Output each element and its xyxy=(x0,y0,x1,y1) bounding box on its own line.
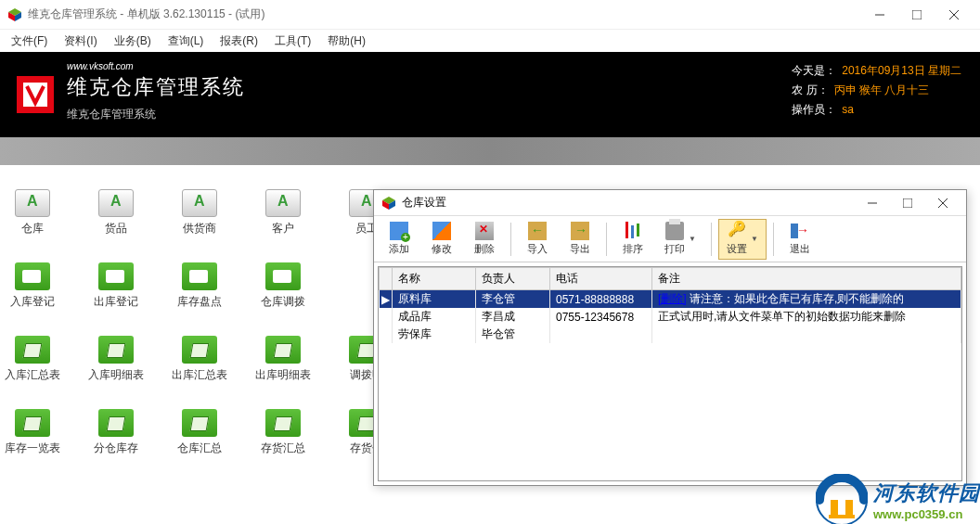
desktop-item-label: 出库明细表 xyxy=(255,367,311,383)
column-header[interactable]: 负责人 xyxy=(476,268,550,290)
folder2-icon xyxy=(182,409,217,437)
table-row[interactable]: ▶原料库李仓管0571-88888888[删除] 请注意：如果此仓库已有库存,则… xyxy=(380,290,961,309)
brand-sub: 维克仓库管理系统 xyxy=(67,107,245,122)
desktop-item-0-0[interactable]: 仓库 xyxy=(9,189,56,236)
column-header[interactable]: 备注 xyxy=(652,268,961,290)
minimize-button[interactable] xyxy=(861,2,898,28)
folder2-icon xyxy=(98,336,134,364)
close-button[interactable] xyxy=(935,2,973,28)
delete-link[interactable]: [删除] xyxy=(658,292,687,305)
desktop-item-2-0[interactable]: 入库汇总表 xyxy=(9,336,56,383)
separator xyxy=(606,223,607,256)
edit-button[interactable]: 修改 xyxy=(422,219,461,260)
folder-icon xyxy=(182,262,217,290)
print-button[interactable]: 打印▼ xyxy=(656,219,704,260)
export-button[interactable]: 导出 xyxy=(561,219,600,260)
desktop-item-2-2[interactable]: 出库汇总表 xyxy=(176,336,223,383)
desktop-item-label: 客户 xyxy=(272,221,294,236)
sort-button[interactable]: 排序 xyxy=(613,219,652,260)
dialog-minimize-button[interactable] xyxy=(857,193,888,213)
desktop-item-3-2[interactable]: 仓库汇总 xyxy=(176,409,223,456)
separator xyxy=(711,223,712,256)
xls-icon xyxy=(265,189,301,217)
desktop-item-label: 分仓库存 xyxy=(94,441,138,456)
menu-data[interactable]: 资料(I) xyxy=(58,32,102,51)
dialog-close-button[interactable] xyxy=(927,193,959,213)
desktop-item-1-1[interactable]: 出库登记 xyxy=(93,262,139,310)
maximize-button[interactable] xyxy=(898,2,935,28)
desktop-item-1-2[interactable]: 库存盘点 xyxy=(176,262,223,310)
menu-business[interactable]: 业务(B) xyxy=(109,32,157,51)
column-header[interactable]: 电话 xyxy=(550,268,652,290)
desktop-item-0-2[interactable]: 供货商 xyxy=(176,189,223,236)
decorative-strip xyxy=(0,137,980,165)
header-banner: www.vksoft.com 维克仓库管理系统 维克仓库管理系统 今天是：201… xyxy=(0,52,980,137)
column-header[interactable] xyxy=(380,268,393,290)
chevron-down-icon: ▼ xyxy=(751,235,758,243)
desktop-item-label: 库存一览表 xyxy=(5,441,60,456)
today-value: 2016年09月13日 星期二 xyxy=(842,64,961,77)
menu-tools[interactable]: 工具(T) xyxy=(269,32,316,51)
lunar-value: 丙申 猴年 八月十三 xyxy=(834,83,930,96)
desktop-item-3-3[interactable]: 存货汇总 xyxy=(260,409,306,456)
desktop-item-label: 出库汇总表 xyxy=(172,367,227,383)
watermark-logo: 河东软件园 www.pc0359.cn xyxy=(816,474,980,524)
desktop-item-label: 仓库调拨 xyxy=(261,294,305,310)
folder-icon xyxy=(265,262,301,290)
svg-rect-12 xyxy=(903,198,912,208)
svg-rect-16 xyxy=(831,500,838,517)
desktop-item-label: 入库登记 xyxy=(10,294,55,310)
brand-url: www.vksoft.com xyxy=(67,61,245,71)
desktop-item-0-1[interactable]: 货品 xyxy=(93,189,139,236)
folder2-icon xyxy=(182,336,217,364)
exit-icon xyxy=(791,222,809,240)
dialog-maximize-button[interactable] xyxy=(892,193,923,213)
settings-icon xyxy=(728,222,746,240)
table-row[interactable]: 劳保库毕仓管 xyxy=(380,326,961,343)
desktop-item-label: 仓库汇总 xyxy=(177,441,222,456)
menu-report[interactable]: 报表(R) xyxy=(214,32,264,51)
separator xyxy=(510,223,511,256)
svg-rect-18 xyxy=(829,515,855,518)
folder2-icon xyxy=(265,336,301,364)
xls-icon xyxy=(98,189,134,217)
exit-button[interactable]: 退出 xyxy=(780,219,819,260)
brand-logo xyxy=(17,76,54,113)
folder2-icon xyxy=(15,409,50,437)
menu-file[interactable]: 文件(F) xyxy=(6,32,53,51)
desktop-item-label: 入库汇总表 xyxy=(5,367,60,383)
menubar: 文件(F) 资料(I) 业务(B) 查询(L) 报表(R) 工具(T) 帮助(H… xyxy=(0,30,980,52)
operator-value: sa xyxy=(842,103,854,116)
desktop-item-0-3[interactable]: 客户 xyxy=(260,189,306,236)
warehouse-table[interactable]: 名称负责人电话备注 ▶原料库李仓管0571-88888888[删除] 请注意：如… xyxy=(378,266,962,481)
column-header[interactable]: 名称 xyxy=(393,268,476,290)
svg-rect-17 xyxy=(845,500,853,517)
edit-icon xyxy=(432,222,451,240)
desktop-item-2-1[interactable]: 入库明细表 xyxy=(93,336,139,383)
watermark-text-en: www.pc0359.cn xyxy=(873,507,980,521)
add-button[interactable]: 添加 xyxy=(380,219,419,260)
desktop-item-2-3[interactable]: 出库明细表 xyxy=(260,336,306,383)
delete-button[interactable]: 删除 xyxy=(465,219,504,260)
table-row[interactable]: 成品库李昌成0755-12345678正式试用时,请从文件菜单下的初始数据功能来… xyxy=(380,308,961,326)
dialog-titlebar: 仓库设置 xyxy=(374,190,966,216)
main-titlebar: 维克仓库管理系统 - 单机版 3.62.130115 - (试用) xyxy=(0,0,980,30)
folder2-icon xyxy=(15,336,50,364)
window-title: 维克仓库管理系统 - 单机版 3.62.130115 - (试用) xyxy=(28,6,861,22)
app-icon xyxy=(7,7,22,22)
import-button[interactable]: 导入 xyxy=(518,219,557,260)
menu-query[interactable]: 查询(L) xyxy=(162,32,210,51)
desktop-item-3-0[interactable]: 库存一览表 xyxy=(9,409,56,456)
menu-help[interactable]: 帮助(H) xyxy=(322,32,371,51)
settings-button[interactable]: 设置▼ xyxy=(718,219,767,260)
folder2-icon xyxy=(265,409,301,437)
xls-icon xyxy=(182,189,217,217)
print-icon xyxy=(665,222,684,240)
desktop-item-3-1[interactable]: 分仓库存 xyxy=(93,409,139,456)
folder-icon xyxy=(15,262,50,290)
desktop-item-1-3[interactable]: 仓库调拨 xyxy=(260,262,306,310)
dialog-title: 仓库设置 xyxy=(402,195,857,211)
desktop-item-1-0[interactable]: 入库登记 xyxy=(9,262,56,310)
export-icon xyxy=(571,222,589,240)
watermark-text-cn: 河东软件园 xyxy=(873,479,980,507)
